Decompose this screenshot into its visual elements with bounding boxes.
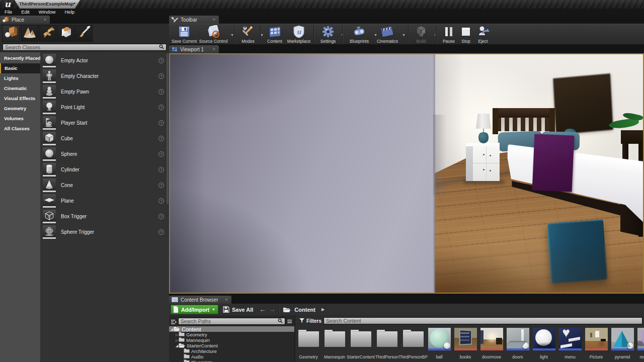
tree-expander-icon[interactable]: ▷ bbox=[175, 333, 179, 336]
tab-content-browser[interactable]: Content Browser × bbox=[169, 296, 231, 304]
tree-item-geometry[interactable]: ▷Geometry bbox=[169, 332, 294, 337]
menu-help[interactable]: Help bbox=[60, 9, 79, 16]
category-lights[interactable]: Lights bbox=[0, 73, 40, 83]
tree-expander-icon[interactable]: ◢ bbox=[175, 344, 179, 348]
document-tab[interactable]: ThirdPersonExampleMap* bbox=[15, 0, 80, 9]
asset-geometry[interactable]: Geometry bbox=[295, 326, 321, 362]
tab-place-close-icon[interactable]: × bbox=[37, 18, 46, 22]
tree-item-blueprints[interactable]: ▷Blueprints bbox=[169, 359, 294, 362]
place-item-empty-actor[interactable]: Empty Actor? bbox=[40, 53, 169, 68]
asset-ball[interactable]: ball bbox=[426, 326, 452, 362]
place-item-cylinder[interactable]: Cylinder? bbox=[40, 162, 169, 177]
asset-books[interactable]: books bbox=[452, 326, 478, 362]
nav-back-icon[interactable]: ← bbox=[259, 306, 266, 313]
search-content-input[interactable]: Search Content bbox=[324, 317, 642, 324]
category-all-classes[interactable]: All Classes bbox=[0, 124, 40, 134]
place-item-player-start[interactable]: Player Start? bbox=[40, 115, 169, 131]
help-icon[interactable]: ? bbox=[158, 58, 164, 63]
asset-doors[interactable]: doors bbox=[505, 326, 531, 362]
asset-rectangle[interactable]: rectangle bbox=[635, 326, 644, 362]
stop-button[interactable]: Stop bbox=[457, 25, 474, 44]
marketplace-button[interactable]: uMarketplace bbox=[286, 25, 312, 44]
asset-thirdpersonbp[interactable]: ThirdPersonBP bbox=[400, 326, 426, 362]
search-classes-input[interactable]: Search Classes bbox=[3, 44, 167, 51]
path-breadcrumb[interactable]: Content ▶ bbox=[283, 307, 325, 313]
tab-place[interactable]: Place × bbox=[0, 16, 50, 24]
asset-startercontent[interactable]: StarterContent bbox=[348, 326, 374, 362]
search-paths-input[interactable]: Search Paths bbox=[178, 318, 285, 325]
asset-picture[interactable]: Picture bbox=[583, 326, 609, 362]
help-icon[interactable]: ? bbox=[158, 89, 164, 95]
viewport-3d-scene[interactable] bbox=[169, 53, 644, 294]
settings-button[interactable]: Settings▼ bbox=[316, 25, 340, 44]
asset-mannequin[interactable]: Mannequin bbox=[321, 326, 348, 362]
tab-content-browser-close-icon[interactable]: × bbox=[218, 298, 227, 302]
tab-toolbar[interactable]: Toolbar × bbox=[169, 16, 219, 24]
menu-edit[interactable]: Edit bbox=[17, 9, 34, 16]
category-geometry[interactable]: Geometry bbox=[0, 104, 40, 114]
help-icon[interactable]: ? bbox=[158, 136, 164, 141]
category-visual-effects[interactable]: Visual Effects bbox=[0, 94, 40, 104]
category-basic[interactable]: Basic bbox=[0, 63, 40, 73]
paint-mode-button[interactable] bbox=[75, 25, 93, 42]
help-icon[interactable]: ? bbox=[158, 214, 164, 219]
help-icon[interactable]: ? bbox=[158, 183, 164, 188]
blueprints-button[interactable]: Blueprints▼ bbox=[346, 25, 373, 44]
dropdown-caret-icon[interactable]: ▼ bbox=[402, 33, 406, 37]
place-item-point-light[interactable]: Point Light? bbox=[40, 100, 169, 115]
add-import-button[interactable]: Add/Import ▼ bbox=[171, 305, 218, 314]
place-mode-button[interactable] bbox=[2, 25, 20, 42]
content-button[interactable]: Content bbox=[263, 25, 286, 44]
dropdown-caret-icon[interactable]: ▼ bbox=[230, 33, 234, 37]
category-cinematic[interactable]: Cinematic bbox=[0, 83, 40, 94]
tree-expander-icon[interactable]: ▷ bbox=[175, 338, 179, 342]
geometry-mode-button[interactable] bbox=[57, 25, 74, 42]
cinematics-button[interactable]: Cinematics▼ bbox=[374, 25, 401, 44]
menu-file[interactable]: File bbox=[0, 9, 17, 16]
tree-item-startercontent[interactable]: ◢StarterContent bbox=[169, 343, 294, 348]
help-icon[interactable]: ? bbox=[158, 105, 164, 110]
place-item-sphere-trigger[interactable]: Sphere Trigger? bbox=[40, 224, 169, 240]
filters-button[interactable]: Filters ▼ bbox=[299, 318, 326, 324]
asset-light[interactable]: light bbox=[531, 326, 557, 362]
source-control-button[interactable]: Source Control▼ bbox=[197, 25, 229, 44]
place-item-sphere[interactable]: Sphere? bbox=[40, 146, 169, 162]
tab-toolbar-close-icon[interactable]: × bbox=[206, 18, 215, 22]
place-item-box-trigger[interactable]: Box Trigger? bbox=[40, 209, 169, 224]
pause-button[interactable]: Pause bbox=[439, 25, 458, 44]
eject-button[interactable]: Eject bbox=[474, 25, 492, 44]
category-volumes[interactable]: Volumes bbox=[0, 114, 40, 124]
tab-viewport-1-close-icon[interactable]: × bbox=[206, 47, 215, 52]
menu-window[interactable]: Window bbox=[34, 9, 60, 16]
tree-item-audio[interactable]: Audio bbox=[169, 354, 294, 359]
category-recently-placed[interactable]: Recently Placed bbox=[0, 53, 40, 63]
help-icon[interactable]: ? bbox=[158, 198, 164, 204]
place-item-label: Sphere Trigger bbox=[61, 229, 94, 235]
help-icon[interactable]: ? bbox=[158, 151, 164, 157]
help-icon[interactable]: ? bbox=[158, 73, 164, 79]
modes-button[interactable]: Modes▼ bbox=[237, 25, 259, 44]
place-item-empty-character[interactable]: Empty Character? bbox=[40, 68, 169, 84]
foliage-mode-button[interactable] bbox=[39, 25, 56, 42]
help-icon[interactable]: ? bbox=[158, 120, 164, 126]
asset-doormove[interactable]: doormove bbox=[478, 326, 505, 362]
help-icon[interactable]: ? bbox=[158, 167, 164, 172]
tree-item-architecture[interactable]: Architecture bbox=[169, 348, 294, 354]
tree-expander-icon[interactable]: ◢ bbox=[170, 327, 174, 331]
asset-thirdperson[interactable]: ThirdPerson bbox=[374, 326, 400, 362]
help-icon[interactable]: ? bbox=[158, 229, 164, 235]
nav-forward-icon[interactable]: → bbox=[269, 306, 275, 313]
place-item-empty-pawn[interactable]: Empty Pawn? bbox=[40, 84, 169, 100]
asset-menu[interactable]: menu bbox=[557, 326, 583, 362]
save-current-button[interactable]: Save Current bbox=[171, 25, 197, 44]
tree-item-content[interactable]: ◢Content bbox=[169, 326, 294, 332]
view-options-icon[interactable]: ▤ bbox=[286, 318, 293, 325]
place-item-plane[interactable]: Plane? bbox=[40, 193, 169, 209]
place-item-cone[interactable]: Cone? bbox=[40, 177, 169, 193]
tab-viewport-1[interactable]: Viewport 1 × bbox=[169, 45, 219, 53]
place-item-cube[interactable]: Cube? bbox=[40, 131, 169, 146]
asset-pyramid[interactable]: pyramid bbox=[609, 326, 635, 362]
tree-item-mannequin[interactable]: ▷Mannequin bbox=[169, 337, 294, 343]
save-all-button[interactable]: Save All bbox=[223, 306, 253, 313]
landscape-mode-button[interactable] bbox=[21, 25, 38, 42]
